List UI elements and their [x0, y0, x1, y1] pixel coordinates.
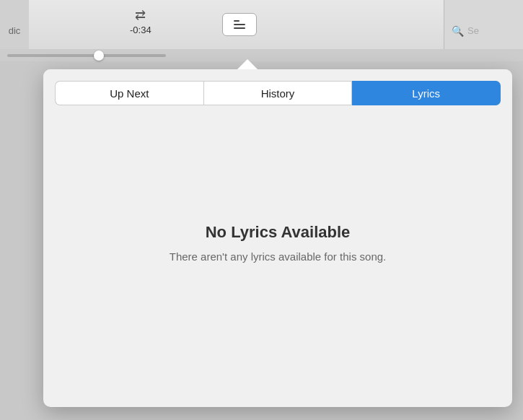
popup-pointer	[237, 59, 258, 69]
queue-line-3	[234, 27, 245, 29]
progress-thumb[interactable]	[94, 51, 104, 61]
time-display: -0:34	[130, 25, 151, 35]
no-lyrics-subtitle: There aren't any lyrics available for th…	[170, 250, 387, 263]
repeat-icon[interactable]: ⇄	[135, 9, 146, 22]
search-icon: 🔍	[452, 25, 464, 37]
popup-panel: Up Next History Lyrics No Lyrics Availab…	[43, 69, 512, 407]
no-lyrics-title: No Lyrics Available	[206, 223, 351, 242]
queue-line-2	[234, 24, 245, 25]
progress-track[interactable]	[7, 54, 166, 57]
search-placeholder: Se	[467, 25, 479, 36]
tab-bar: Up Next History Lyrics	[43, 69, 512, 105]
tab-up-next[interactable]: Up Next	[55, 81, 203, 105]
queue-line-1	[234, 20, 239, 22]
queue-icon	[234, 20, 245, 29]
tab-lyrics[interactable]: Lyrics	[352, 81, 501, 105]
queue-button[interactable]	[222, 13, 257, 36]
left-strip-text: dic	[9, 25, 21, 36]
lyrics-content-area: No Lyrics Available There aren't any lyr…	[43, 105, 512, 380]
tab-history[interactable]: History	[203, 81, 353, 105]
progress-area	[0, 49, 523, 61]
repeat-section: ⇄ -0:34	[130, 9, 151, 35]
